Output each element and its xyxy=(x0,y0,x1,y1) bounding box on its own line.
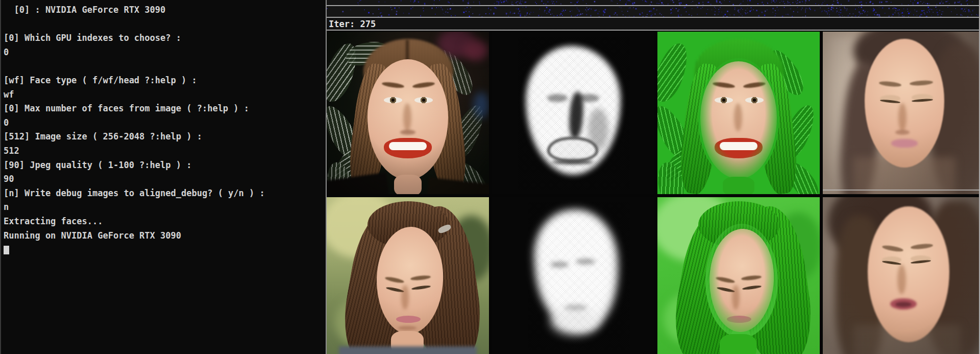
console-line: [wf] Face type ( f/wf/head ?:help ) : xyxy=(4,74,326,88)
chin-shadow xyxy=(398,326,416,330)
preview-cell-target-sample xyxy=(327,197,489,354)
preview-cell-source-sample xyxy=(327,32,489,194)
console-line: Running on NVIDIA GeForce RTX 3090 xyxy=(4,229,326,243)
preview-cell-predicted-face xyxy=(823,197,980,354)
green-mask-rim xyxy=(705,224,778,338)
console-line xyxy=(4,17,326,32)
panel-divider-line xyxy=(326,30,980,31)
mask-grain xyxy=(528,202,630,350)
preview-cell-target-green-masked xyxy=(657,197,820,354)
nose-shadow xyxy=(401,285,409,310)
training-preview-window: Iter: 275 xyxy=(326,0,980,354)
console-line: Extracting faces... xyxy=(4,215,326,229)
preview-cell-source-green-masked xyxy=(657,32,820,194)
console-cursor xyxy=(4,246,9,254)
console-line: [n] Write debug images to aligned_debug?… xyxy=(4,186,326,201)
console-line: wf xyxy=(4,88,326,102)
green-neck xyxy=(720,334,756,354)
console-window[interactable]: [0] : NVIDIA GeForce RTX 3090 [0] Which … xyxy=(0,0,326,354)
console-line: [0] Max number of faces from image ( ?:h… xyxy=(4,102,326,116)
console-line: 0 xyxy=(4,116,326,130)
window-seam xyxy=(823,190,980,191)
iteration-label: Iter: 275 xyxy=(326,18,980,30)
console-line: [512] Image size ( 256-2048 ?:help ) : xyxy=(4,130,326,144)
preview-cell-predicted-face xyxy=(823,32,980,194)
console-line: 0 xyxy=(4,45,326,60)
shirt xyxy=(339,346,477,354)
vignette xyxy=(327,32,489,194)
console-line: 512 xyxy=(4,144,326,158)
console-line: [0] : NVIDIA GeForce RTX 3090 xyxy=(4,3,326,17)
vignette xyxy=(823,32,980,194)
loss-graph-dots xyxy=(326,0,980,17)
console-line: n xyxy=(4,200,326,215)
lips xyxy=(396,316,421,323)
console-line: [0] Which GPU indexes to choose? : xyxy=(4,31,326,45)
green-mask-rim xyxy=(698,58,779,181)
vignette xyxy=(823,197,980,354)
console-line: [90] Jpeg quality ( 1-100 ?:help ) : xyxy=(4,158,326,173)
console-output: [0] : NVIDIA GeForce RTX 3090 [0] Which … xyxy=(4,3,326,243)
mask-grain xyxy=(518,37,630,190)
iteration-status-bar: Iter: 275 xyxy=(326,18,980,30)
console-line: 90 xyxy=(4,172,326,186)
panel-divider-line xyxy=(326,5,980,6)
preview-left-border xyxy=(326,0,327,354)
console-line xyxy=(4,59,326,74)
preview-cell-source-mask xyxy=(492,32,654,194)
screen: [0] : NVIDIA GeForce RTX 3090 [0] Which … xyxy=(0,0,980,354)
green-neck xyxy=(723,177,754,194)
preview-cell-target-mask xyxy=(492,197,654,354)
